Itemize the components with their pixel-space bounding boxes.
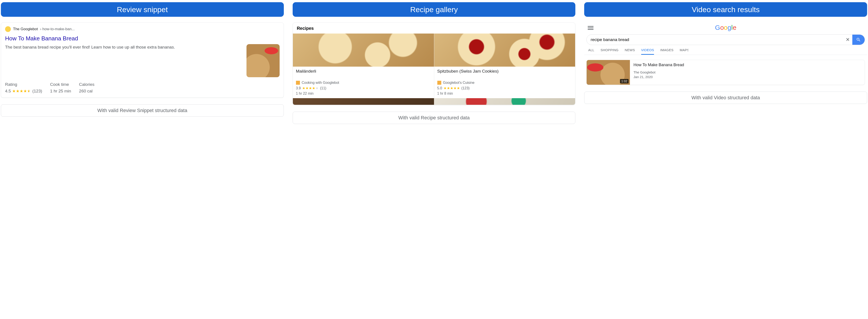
video-duration: 1:02	[620, 79, 628, 83]
cooktime-value: 1 hr 25 min	[50, 89, 71, 94]
star-icons: ★★★★★	[443, 86, 460, 90]
cooktime-label: Cook time	[50, 82, 71, 87]
video-results-column: Video search results Google ✕ ALL SHOPPI…	[584, 2, 867, 104]
source-line: The Googlebot › how-to-make-ban...	[5, 26, 280, 32]
gallery-peek-row	[293, 98, 576, 105]
tab-news[interactable]: NEWS	[625, 48, 635, 55]
video-source: The Googlebot	[633, 70, 684, 75]
video-result[interactable]: 1:02 How To Make Banana Bread The Google…	[586, 60, 865, 85]
search-button[interactable]	[852, 35, 865, 45]
source-icon	[296, 81, 300, 85]
recipe-rating-value: 5.0	[437, 86, 442, 90]
video-title: How To Make Banana Bread	[633, 63, 684, 67]
video-thumbnail: 1:02	[587, 60, 630, 85]
review-snippet-column: Review snippet The Googlebot › how-to-ma…	[1, 2, 284, 117]
gallery-header: Recipe gallery	[292, 2, 576, 17]
recipe-rating-value: 3.9	[296, 86, 301, 90]
calories-metric: Calories 260 cal	[79, 82, 95, 94]
star-icons: ★★★★★	[302, 86, 319, 90]
tab-videos[interactable]: VIDEOS	[641, 48, 654, 55]
review-caption: With valid Review Snippet structured dat…	[1, 104, 284, 117]
result-title-link[interactable]: How To Make Banana Bread	[5, 35, 280, 42]
search-icon	[856, 37, 861, 42]
recipe-source: Googlebot's Cuisine	[443, 81, 475, 85]
recipe-name: Mailänderli	[296, 69, 431, 79]
calories-label: Calories	[79, 82, 95, 87]
video-serp-card: Google ✕ ALL SHOPPING NEWS VIDEOS IMAGES…	[584, 23, 867, 85]
menu-icon[interactable]	[588, 25, 593, 31]
video-caption: With valid Video structured data	[584, 92, 867, 104]
review-snippet-card: The Googlebot › how-to-make-ban... How T…	[1, 23, 284, 98]
review-header: Review snippet	[1, 2, 284, 17]
source-icon	[437, 81, 441, 85]
recipe-gallery-column: Recipe gallery Recipes Mailänderli Cooki…	[292, 2, 576, 124]
result-thumbnail	[247, 44, 280, 77]
gallery-title: Recipes	[293, 23, 576, 34]
clear-icon[interactable]: ✕	[843, 37, 852, 43]
recipe-rating-count: (11)	[320, 86, 326, 90]
rating-count: (123)	[32, 89, 42, 94]
rating-value: 4.5	[5, 89, 11, 94]
recipe-card[interactable]: Mailänderli Cooking with Googlebot 3.9 ★…	[293, 34, 434, 98]
video-date: Jan 21, 2020	[633, 75, 684, 79]
gallery-caption: With valid Recipe structured data	[292, 112, 576, 124]
rating-metric: Rating 4.5 ★★★★★ (123)	[5, 82, 42, 94]
google-logo: Google	[715, 24, 736, 31]
star-icons: ★★★★★	[12, 89, 31, 94]
result-description: The best banana bread recipe you'll ever…	[5, 44, 243, 77]
recipe-rating-count: (123)	[461, 86, 470, 90]
video-header: Video search results	[584, 2, 867, 17]
recipe-gallery-card: Recipes Mailänderli Cooking with Googleb…	[292, 23, 576, 105]
metrics-row: Rating 4.5 ★★★★★ (123) Cook time 1 hr 25…	[5, 82, 280, 94]
source-name: The Googlebot	[13, 27, 38, 31]
recipe-name: Spitzbuben (Swiss Jam Cookies)	[437, 69, 572, 79]
search-tabs: ALL SHOPPING NEWS VIDEOS IMAGES MAPS	[584, 45, 867, 55]
tab-shopping[interactable]: SHOPPING	[600, 48, 619, 55]
tab-images[interactable]: IMAGES	[660, 48, 674, 55]
calories-value: 260 cal	[79, 89, 95, 94]
rating-label: Rating	[5, 82, 42, 87]
cooktime-metric: Cook time 1 hr 25 min	[50, 82, 71, 94]
search-input[interactable]	[587, 35, 843, 45]
source-path: › how-to-make-ban...	[40, 27, 75, 31]
recipe-image	[434, 34, 576, 67]
tab-all[interactable]: ALL	[588, 48, 594, 55]
tab-maps[interactable]: MAPS	[680, 48, 688, 55]
recipe-time: 1 hr 22 min	[296, 92, 431, 96]
recipe-card[interactable]: Spitzbuben (Swiss Jam Cookies) Googlebot…	[434, 34, 576, 98]
search-bar[interactable]: ✕	[586, 34, 865, 45]
recipe-image	[293, 34, 434, 67]
recipe-time: 1 hr 8 min	[437, 92, 572, 96]
recipe-source: Cooking with Googlebot	[302, 81, 339, 85]
examples-row: Review snippet The Googlebot › how-to-ma…	[1, 2, 867, 124]
site-favicon	[5, 26, 11, 32]
